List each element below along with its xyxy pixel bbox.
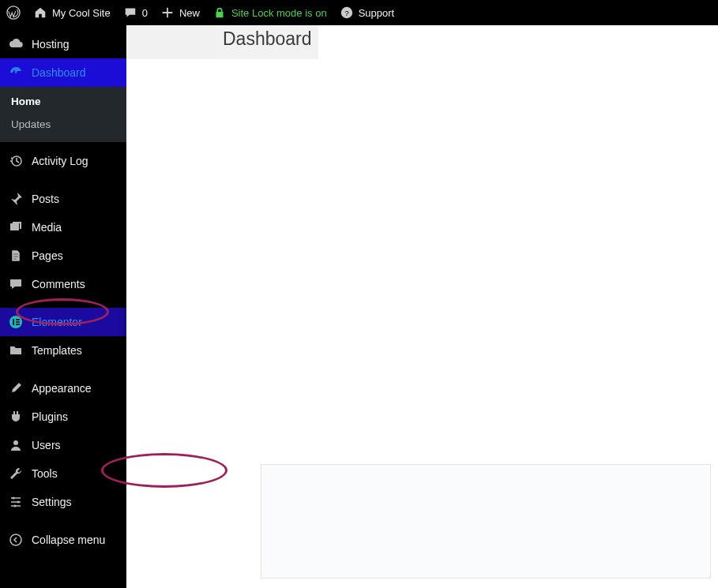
elementor-icon [8, 314, 24, 330]
content-panel-placeholder [261, 464, 711, 579]
comments-link[interactable]: 0 [123, 6, 148, 20]
comment-icon [8, 276, 24, 292]
sidebar-item-comments[interactable]: Comments [0, 270, 126, 298]
sidebar-item-label: Collapse menu [32, 534, 105, 546]
site-name-link[interactable]: My Cool Site [33, 6, 111, 20]
plus-icon [160, 6, 175, 20]
wp-logo[interactable] [6, 6, 21, 20]
sidebar-item-label: Media [32, 221, 62, 234]
submenu-item-updates[interactable]: Updates [0, 113, 126, 136]
admin-top-bar: My Cool Site 0 New Site Lock mode is on … [0, 0, 718, 25]
support-label: Support [359, 7, 395, 19]
sliders-icon [8, 494, 24, 510]
sidebar-item-elementor[interactable]: Elementor [0, 308, 126, 336]
sidebar-item-plugins[interactable]: Plugins [0, 403, 126, 431]
admin-sidebar: Hosting Dashboard Home Updates Activity … [0, 25, 126, 588]
site-name-label: My Cool Site [52, 7, 111, 19]
site-lock-indicator[interactable]: Site Lock mode is on [212, 6, 327, 20]
brush-icon [8, 380, 24, 396]
svg-text:?: ? [344, 9, 349, 17]
user-icon [8, 437, 24, 453]
support-link[interactable]: ? Support [340, 6, 395, 20]
home-icon [33, 6, 47, 20]
pin-icon [8, 191, 24, 207]
sidebar-item-label: Comments [32, 278, 85, 290]
svg-rect-5 [13, 319, 14, 325]
sidebar-item-label: Appearance [32, 382, 92, 395]
cloud-icon [8, 36, 24, 52]
sidebar-item-posts[interactable]: Posts [0, 185, 126, 213]
svg-rect-7 [16, 321, 20, 323]
svg-point-9 [13, 440, 18, 445]
new-link[interactable]: New [160, 6, 200, 20]
sidebar-item-users[interactable]: Users [0, 431, 126, 459]
sidebar-item-label: Hosting [32, 38, 69, 51]
sidebar-item-label: Pages [32, 249, 63, 262]
sidebar-item-label: Users [32, 439, 61, 451]
sidebar-item-appearance[interactable]: Appearance [0, 374, 126, 403]
svg-point-13 [10, 534, 21, 545]
sidebar-item-templates[interactable]: Templates [0, 336, 126, 365]
sidebar-item-media[interactable]: Media [0, 213, 126, 242]
svg-rect-6 [16, 319, 20, 320]
comment-icon [123, 6, 137, 20]
new-label: New [179, 7, 200, 19]
sidebar-item-label: Dashboard [32, 66, 86, 79]
folder-icon [8, 343, 24, 358]
comments-count: 0 [142, 7, 148, 19]
sidebar-item-activity[interactable]: Activity Log [0, 147, 126, 175]
media-icon [8, 219, 24, 235]
dashboard-icon [8, 65, 24, 81]
help-icon: ? [340, 6, 354, 20]
submenu-item-home[interactable]: Home [0, 90, 126, 113]
svg-rect-8 [16, 324, 20, 325]
wrench-icon [8, 466, 24, 481]
sidebar-item-label: Plugins [32, 410, 68, 423]
sidebar-item-label: Posts [32, 193, 59, 205]
sidebar-item-dashboard[interactable]: Dashboard [0, 58, 126, 87]
sidebar-item-label: Templates [32, 344, 82, 357]
wordpress-icon [6, 6, 21, 20]
dashboard-submenu: Home Updates [0, 87, 126, 142]
sidebar-item-pages[interactable]: Pages [0, 242, 126, 270]
history-icon [8, 153, 24, 169]
collapse-icon [8, 532, 24, 548]
svg-point-11 [17, 501, 20, 504]
sidebar-collapse[interactable]: Collapse menu [0, 526, 126, 554]
site-lock-label: Site Lock mode is on [231, 7, 327, 19]
screen-options-area [126, 25, 216, 59]
sidebar-item-hosting[interactable]: Hosting [0, 30, 126, 58]
plug-icon [8, 409, 24, 425]
sidebar-item-label: Tools [32, 467, 58, 480]
sidebar-item-label: Activity Log [32, 155, 88, 167]
sidebar-item-label: Elementor [32, 316, 82, 328]
svg-point-10 [13, 497, 15, 500]
sidebar-item-settings[interactable]: Settings [0, 488, 126, 516]
lock-icon [212, 6, 227, 20]
page-title: Dashboard [216, 25, 318, 59]
sidebar-item-tools[interactable]: Tools [0, 459, 126, 488]
page-icon [8, 248, 24, 264]
sidebar-item-label: Settings [32, 496, 72, 508]
svg-point-12 [14, 505, 17, 507]
